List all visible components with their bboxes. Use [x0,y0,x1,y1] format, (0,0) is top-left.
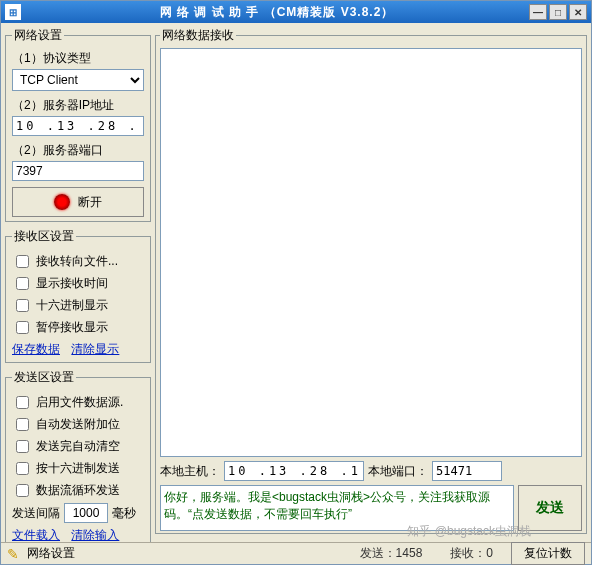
file-load-link[interactable]: 文件载入 [12,528,60,542]
record-dot-icon [54,194,70,210]
send-textarea[interactable]: 你好，服务端。我是<bugstack虫洞栈>公众号，关注我获取源码。“点发送数据… [160,485,514,531]
local-port-label: 本地端口： [368,463,428,480]
send-opt-0[interactable]: 启用文件数据源. [12,393,144,412]
recv-opt-2[interactable]: 十六进制显示 [12,296,144,315]
recv-textarea[interactable] [160,48,582,457]
server-ip-label: （2）服务器IP地址 [12,97,144,114]
send-chk-4[interactable] [16,484,29,497]
network-settings-legend: 网络设置 [12,27,64,44]
close-button[interactable]: ✕ [569,4,587,20]
interval-label: 发送间隔 [12,505,60,522]
send-opt-3[interactable]: 按十六进制发送 [12,459,144,478]
local-host-input[interactable] [224,461,364,481]
app-icon: ⊞ [5,4,21,20]
recv-area-group: 网络数据接收 本地主机： 本地端口： 你好，服务端。我是<bugstack虫洞栈… [155,27,587,534]
titlebar: ⊞ 网 络 调 试 助 手 （CM精装版 V3.8.2） — □ ✕ [1,1,591,23]
recv-area-legend: 网络数据接收 [160,27,236,44]
send-opt-4[interactable]: 数据流循环发送 [12,481,144,500]
protocol-label: （1）协议类型 [12,50,144,67]
recv-value: 0 [486,546,493,560]
send-chk-3[interactable] [16,462,29,475]
clear-input-link[interactable]: 清除输入 [71,528,119,542]
server-port-input[interactable] [12,161,144,181]
send-chk-1[interactable] [16,418,29,431]
save-data-link[interactable]: 保存数据 [12,342,60,356]
send-settings-legend: 发送区设置 [12,369,76,386]
recv-chk-3[interactable] [16,321,29,334]
send-opt-2[interactable]: 发送完自动清空 [12,437,144,456]
recv-opt-3[interactable]: 暂停接收显示 [12,318,144,337]
interval-unit: 毫秒 [112,505,136,522]
clear-display-link[interactable]: 清除显示 [71,342,119,356]
status-bar: ✎ 网络设置 发送：1458 接收：0 复位计数 [1,542,591,564]
send-chk-0[interactable] [16,396,29,409]
local-host-label: 本地主机： [160,463,220,480]
send-settings-group: 发送区设置 启用文件数据源. 自动发送附加位 发送完自动清空 按十六进制发送 数… [5,369,151,542]
window-title: 网 络 调 试 助 手 （CM精装版 V3.8.2） [27,4,527,21]
server-ip-input[interactable] [12,116,144,136]
disconnect-label: 断开 [78,194,102,211]
send-chk-2[interactable] [16,440,29,453]
send-opt-1[interactable]: 自动发送附加位 [12,415,144,434]
status-label: 网络设置 [27,545,75,562]
disconnect-button[interactable]: 断开 [12,187,144,217]
status-icon: ✎ [7,546,19,562]
recv-label: 接收： [450,546,486,560]
sent-label: 发送： [360,546,396,560]
interval-input[interactable] [64,503,108,523]
recv-opt-0[interactable]: 接收转向文件... [12,252,144,271]
minimize-button[interactable]: — [529,4,547,20]
send-button[interactable]: 发送 [518,485,582,531]
recv-chk-0[interactable] [16,255,29,268]
recv-settings-group: 接收区设置 接收转向文件... 显示接收时间 十六进制显示 暂停接收显示 保存数… [5,228,151,363]
server-port-label: （2）服务器端口 [12,142,144,159]
sent-value: 1458 [396,546,423,560]
protocol-select[interactable]: TCP Client [12,69,144,91]
local-port-input[interactable] [432,461,502,481]
recv-chk-1[interactable] [16,277,29,290]
recv-opt-1[interactable]: 显示接收时间 [12,274,144,293]
recv-settings-legend: 接收区设置 [12,228,76,245]
right-panel: 网络数据接收 本地主机： 本地端口： 你好，服务端。我是<bugstack虫洞栈… [155,27,587,538]
maximize-button[interactable]: □ [549,4,567,20]
recv-chk-2[interactable] [16,299,29,312]
left-panel: 网络设置 （1）协议类型 TCP Client （2）服务器IP地址 （2）服务… [5,27,151,538]
reset-counter-button[interactable]: 复位计数 [511,542,585,565]
network-settings-group: 网络设置 （1）协议类型 TCP Client （2）服务器IP地址 （2）服务… [5,27,151,222]
